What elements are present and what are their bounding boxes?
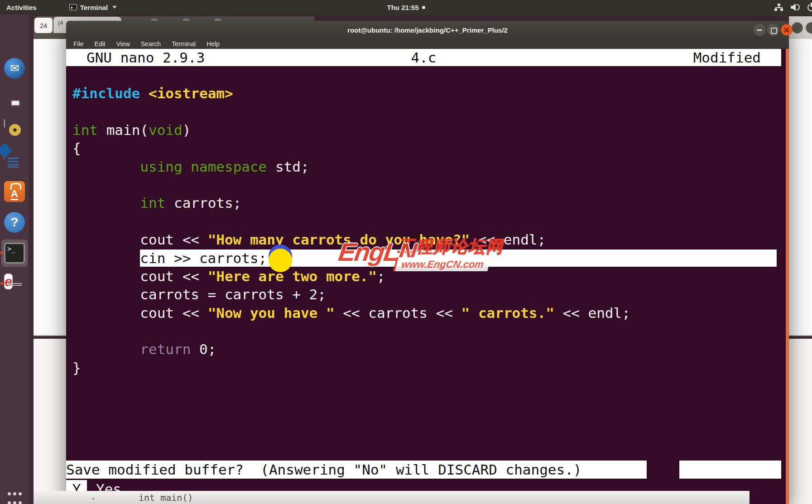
watermark-url: www.EngCN.com xyxy=(401,259,485,270)
code-token: cout << xyxy=(140,231,207,248)
rhythmbox-icon xyxy=(4,119,5,128)
code-token: << endl; xyxy=(554,305,630,321)
code-token xyxy=(72,286,140,302)
terminal-icon: >_ xyxy=(4,243,25,264)
chevron-down-icon xyxy=(112,6,117,9)
code-token: #include xyxy=(72,85,140,101)
menu-help[interactable]: Help xyxy=(207,40,220,48)
code-token xyxy=(191,341,199,357)
dock-item-libreoffice-writer[interactable] xyxy=(0,147,29,176)
code-token: } xyxy=(72,360,81,376)
terminal-scrollbar[interactable] xyxy=(786,49,789,504)
terminal-content: GNU nano 2.9.3 4.c Modified #include <io… xyxy=(66,49,789,504)
code-line: int main(void) xyxy=(72,121,781,139)
system-tray[interactable] xyxy=(774,0,812,14)
code-token: cout << xyxy=(140,268,207,284)
minimize-button[interactable] xyxy=(754,24,765,36)
code-token: int xyxy=(140,195,165,211)
code-token: int xyxy=(72,122,98,138)
close-button[interactable] xyxy=(781,24,793,36)
code-token: 0; xyxy=(199,341,216,357)
terminal-titlebar[interactable]: root@ubuntu: /home/jackbing/C++_Primer_P… xyxy=(66,21,789,39)
menu-terminal[interactable]: Terminal xyxy=(172,40,196,48)
code-line: using namespace std; xyxy=(72,158,781,176)
code-token: void xyxy=(149,122,183,138)
watermark: 工程师论坛网 EngLN www.EngCN.com xyxy=(335,235,503,274)
dock-item-document-viewer[interactable]: e xyxy=(0,270,29,299)
activities-button[interactable]: Activities xyxy=(6,4,37,11)
maximize-button[interactable] xyxy=(767,24,779,36)
window-title: root@ubuntu: /home/jackbing/C++_Primer_P… xyxy=(66,21,789,39)
background-minimize-button[interactable] xyxy=(792,22,803,34)
code-line xyxy=(72,102,781,120)
notification-dot-icon xyxy=(422,6,425,9)
thunderbird-icon: ✉ xyxy=(4,58,25,79)
code-token: return xyxy=(140,341,191,357)
code-token: <iostream> xyxy=(149,85,233,101)
code-token xyxy=(140,85,149,101)
tab-counter-badge[interactable]: 24 xyxy=(34,18,53,33)
app-menu[interactable]: Terminal xyxy=(69,4,117,11)
desktop: Activities Terminal Thu 21:55 24 (4 xyxy=(0,0,812,504)
pointer-highlight-yellow xyxy=(269,249,292,272)
code-token: cout << xyxy=(140,305,207,321)
nano-modified-flag: Modified xyxy=(693,49,761,66)
code-token: cin >> carrots; xyxy=(140,250,267,266)
top-bar: Activities Terminal Thu 21:55 xyxy=(0,0,812,14)
menu-file[interactable]: File xyxy=(73,40,84,48)
code-token: std; xyxy=(267,158,309,175)
nano-filename: 4.c xyxy=(66,49,781,66)
code-token: main( xyxy=(98,122,149,138)
dock-item-firefox[interactable] xyxy=(0,24,29,53)
dock-item-terminal[interactable]: >_ xyxy=(0,239,29,268)
clock[interactable]: Thu 21:55 xyxy=(387,4,425,11)
code-token xyxy=(183,158,191,175)
ubuntu-software-icon: A xyxy=(4,181,25,202)
code-token xyxy=(72,268,140,284)
running-indicator xyxy=(0,282,3,285)
code-token: { xyxy=(72,140,81,156)
code-token: ) xyxy=(183,122,191,138)
code-token: namespace xyxy=(191,158,267,175)
code-line xyxy=(72,212,781,230)
code-line: int carrots; xyxy=(72,194,781,212)
menu-search[interactable]: Search xyxy=(141,40,161,48)
volume-icon xyxy=(791,4,800,11)
watermark-url-strip: www.EngCN.com xyxy=(393,257,491,271)
code-token xyxy=(72,195,140,211)
background-code-strip: . int main() xyxy=(34,491,750,504)
code-line: cout << "Now you have " << carrots << " … xyxy=(72,304,781,322)
dock-item-thunderbird[interactable]: ✉ xyxy=(0,54,29,83)
code-line: carrots = carrots + 2; xyxy=(72,285,781,303)
background-code-snippet: int main() xyxy=(139,492,193,503)
dock-item-files[interactable] xyxy=(0,85,29,114)
code-line: { xyxy=(72,139,781,157)
terminal-menubar: FileEditViewSearchTerminalHelp xyxy=(66,39,789,49)
code-editor: #include <iostream>int main(void){ using… xyxy=(72,84,781,377)
nano-status-prompt: Save modified buffer? (Answering "No" wi… xyxy=(66,461,647,479)
background-window-controls xyxy=(789,16,812,39)
code-line xyxy=(72,322,781,340)
code-token: carrots = carrots + 2; xyxy=(140,286,326,302)
show-applications-button[interactable] xyxy=(6,489,23,504)
app-menu-label: Terminal xyxy=(80,4,108,11)
document-viewer-icon: e xyxy=(4,274,13,289)
dock-item-rhythmbox[interactable] xyxy=(0,116,29,145)
code-line: #include <iostream> xyxy=(72,84,781,102)
code-token xyxy=(72,231,140,248)
power-icon xyxy=(807,3,812,12)
dock-item-help[interactable]: ? xyxy=(0,208,29,237)
running-indicator xyxy=(0,251,3,254)
dock: ✉A?>_e xyxy=(0,14,29,504)
code-token: carrots; xyxy=(165,195,241,211)
background-maximize-button[interactable] xyxy=(806,22,812,34)
nano-status-rightbox xyxy=(679,461,781,479)
code-line: return 0; xyxy=(72,340,781,358)
menu-view[interactable]: View xyxy=(116,40,130,48)
code-line: } xyxy=(72,359,781,377)
dock-item-ubuntu-software[interactable]: A xyxy=(0,178,29,206)
code-line xyxy=(72,176,781,194)
code-token xyxy=(72,158,140,175)
menu-edit[interactable]: Edit xyxy=(95,40,106,48)
stray-dot: . xyxy=(91,491,96,502)
